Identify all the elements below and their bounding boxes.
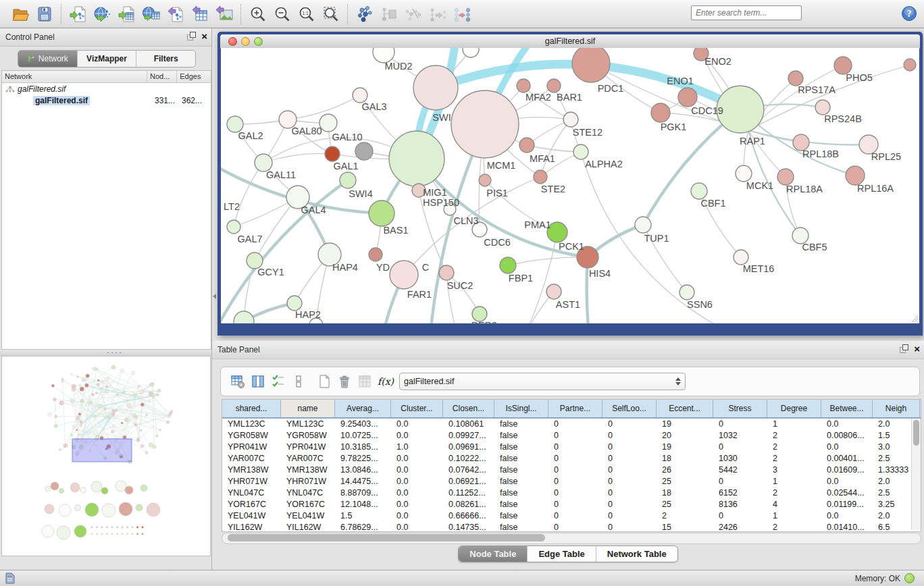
birds-eye-view[interactable] [1,356,211,556]
table-cell[interactable]: 0 [713,510,767,522]
table-cell[interactable]: 25 [657,499,713,510]
table-cell[interactable]: 5442 [713,464,767,476]
apply-preferred-layout-button[interactable] [353,3,377,26]
graph-node-tup1[interactable] [635,217,651,233]
table-cell[interactable]: YEL041W [281,510,335,522]
table-cell[interactable]: 0 [602,464,657,476]
table-cell[interactable]: 25 [657,476,713,487]
graph-node-rps17a[interactable] [788,71,803,86]
control-panel-splitter[interactable] [0,350,211,356]
table-row[interactable]: YPR041WYPR041W10.3185...1.00.09691...fal… [222,442,921,453]
table-cell[interactable]: 0.07642... [443,464,494,476]
table-mode-button[interactable] [228,372,248,391]
import-network-url-button[interactable] [91,3,115,26]
table-cell[interactable]: YHR071W [281,476,335,487]
import-table-file-button[interactable] [115,3,139,26]
table-cell[interactable]: 0.00401... [821,453,873,464]
open-button[interactable] [8,3,32,26]
table-cell[interactable]: false [494,476,548,487]
graph-node-ast1[interactable] [546,284,561,299]
table-cell[interactable]: YEL041W [222,510,281,522]
graph-node-alpha2[interactable] [573,144,588,159]
table-cell[interactable]: 0.11252... [443,487,494,499]
graph-node-bas1[interactable] [369,201,394,226]
show-columns-button[interactable] [248,372,268,391]
table-header-cell[interactable]: Averag... [335,400,391,417]
table-row[interactable]: YGR058WYGR058W10.0725...0.00.09927...fal… [222,430,921,442]
table-cell[interactable]: 1 [767,476,821,487]
table-cell[interactable]: 1 [767,510,821,522]
memory-status-dot[interactable] [904,573,915,583]
table-row[interactable]: YAR007CYAR007C9.78225...0.00.10222...fal… [222,453,921,464]
table-cell[interactable]: YNL047C [281,487,335,499]
table-cell[interactable]: YOR167C [281,499,335,510]
table-cell[interactable]: 26 [657,464,713,476]
tab-edge-table[interactable]: Edge Table [528,546,596,562]
table-header-cell[interactable]: shared... [222,400,281,417]
network-canvas[interactable]: MUD2GAL3SWIMCM1MFA2BAR1STE12MFA1ALPHA2ST… [221,48,919,323]
graph-node-ber2[interactable] [472,307,487,321]
table-cell[interactable]: 0.66666... [443,510,494,522]
collapse-panel-arrow-icon[interactable] [213,294,216,299]
graph-node-mcm1[interactable] [451,90,519,158]
table-cell[interactable]: 0 [548,476,602,487]
table-cell[interactable]: 0.0 [821,419,873,430]
import-network-file-button[interactable] [66,3,91,26]
table-cell[interactable]: 0 [602,442,657,453]
table-cell[interactable]: 3 [767,464,821,476]
table-row[interactable]: YML123CYML123C9.25403...0.00.108061false… [222,419,921,430]
table-cell[interactable]: 0.09691... [443,442,494,453]
table-cell[interactable]: 0 [713,442,767,453]
table-cell[interactable]: 0 [602,476,657,487]
table-cell[interactable]: 0 [548,499,602,510]
table-cell[interactable]: 0.0 [391,487,443,499]
table-header-cell[interactable]: Closen... [443,400,494,417]
table-row[interactable]: YHR071WYHR071W14.4475...0.00.06921...fal… [222,476,921,487]
table-cell[interactable]: 0.0 [391,464,443,476]
table-cell[interactable]: 0.00806... [821,430,873,442]
graph-node-swi[interactable] [413,65,458,110]
table-cell[interactable]: 2 [767,487,821,499]
tab-network-table[interactable]: Network Table [596,546,677,562]
graph-edge[interactable] [527,145,581,152]
table-cell[interactable]: 0 [602,499,657,510]
tree-row-network[interactable]: galFiltered.sif 331... 362... [2,95,211,106]
table-header-cell[interactable]: Degree [767,400,821,417]
graph-node-ste12[interactable] [563,112,578,127]
table-cell[interactable]: YML123C [281,419,335,430]
zoom-in-button[interactable] [246,3,270,26]
table-cell[interactable]: 0 [713,419,767,430]
table-cell[interactable]: 2 [657,510,713,522]
table-cell[interactable]: 0 [548,487,602,499]
table-header-cell[interactable]: Eccent... [657,400,713,417]
tree-row-collection[interactable]: galFiltered.sif [2,83,211,95]
graph-node-met16[interactable] [734,250,748,265]
table-source-select[interactable]: galFiltered.sif [399,373,686,390]
graph-node-suc2[interactable] [439,265,454,280]
table-cell[interactable]: 0.0 [391,419,443,430]
table-cell[interactable]: YGR058W [281,430,335,442]
table-cell[interactable]: false [494,522,548,532]
table-cell[interactable]: false [494,453,548,464]
graph-node-bar1[interactable] [547,79,561,92]
graph-node-swi4[interactable] [340,172,356,188]
zoom-fit-selected-button[interactable] [319,3,343,26]
import-table-url-button[interactable] [139,3,163,26]
table-cell[interactable]: YPR041W [281,442,335,453]
table-header-cell[interactable]: Betwee... [821,400,873,417]
table-header-cell[interactable]: Cluster... [391,400,443,417]
graph-node-cbf1[interactable] [691,183,707,199]
table-cell[interactable]: YOR167C [222,499,281,510]
zoom-actual-size-button[interactable]: 1:1 [294,3,319,26]
table-cell[interactable]: false [494,464,548,476]
tree-col-nodes[interactable]: Nod... [147,71,177,82]
show-all-button[interactable] [426,3,450,26]
help-button[interactable]: ? [900,5,918,22]
graph-node-fbp1[interactable] [500,257,516,273]
table-cell[interactable]: 19 [657,442,713,453]
table-cell[interactable]: 0 [548,442,602,453]
table-cell[interactable]: YNL047C [222,487,281,499]
table-cell[interactable]: 18 [657,487,713,499]
graph-edge[interactable] [446,273,480,314]
search-input[interactable] [691,5,802,20]
